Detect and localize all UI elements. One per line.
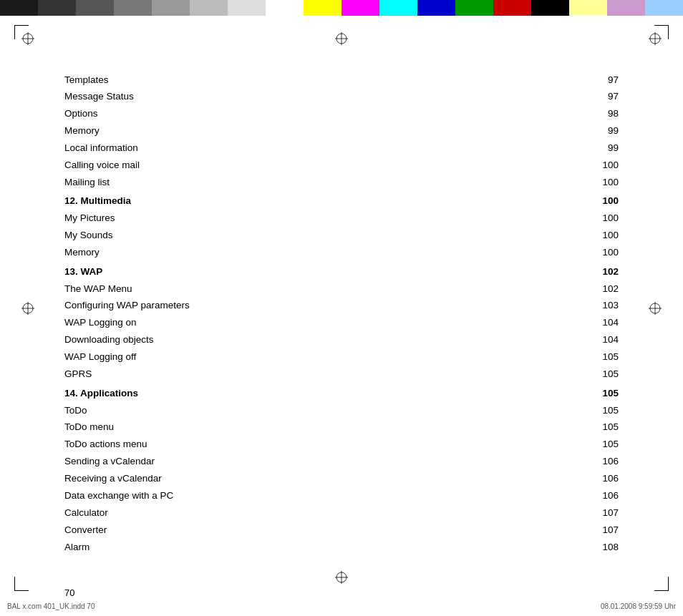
- toc-row: 12. Multimedia100: [64, 191, 619, 210]
- toc-page: 100: [576, 228, 619, 245]
- toc-row: Memory100: [64, 245, 619, 262]
- toc-page: 108: [576, 539, 619, 556]
- toc-label: Options: [64, 106, 576, 123]
- toc-row: Configuring WAP parameters103: [64, 298, 619, 315]
- toc-page: 100: [576, 245, 619, 262]
- footer-left: BAL x.com 401_UK.indd 70: [7, 602, 95, 610]
- toc-page: 104: [576, 332, 619, 349]
- toc-label: Configuring WAP parameters: [64, 298, 576, 315]
- toc-page: 105: [576, 349, 619, 366]
- footer-right: 08.01.2008 9:59:59 Uhr: [601, 602, 676, 610]
- toc-label: Calculator: [64, 505, 576, 522]
- color-swatch: [76, 0, 114, 16]
- toc-page: 97: [576, 89, 619, 106]
- toc-label: Sending a vCalendar: [64, 454, 576, 471]
- toc-label: 13. WAP: [64, 262, 576, 280]
- toc-page: 100: [576, 191, 619, 210]
- toc-page: 105: [576, 419, 619, 436]
- toc-label: My Pictures: [64, 210, 576, 228]
- toc-label: Calling voice mail: [64, 157, 576, 175]
- toc-row: ToDo menu105: [64, 419, 619, 436]
- toc-page: 103: [576, 298, 619, 315]
- color-swatch: [190, 0, 228, 16]
- reg-mark-right-mid: [649, 302, 662, 315]
- color-swatch: [0, 0, 38, 16]
- toc-row: Templates97: [64, 72, 619, 89]
- color-swatch: [152, 0, 190, 16]
- color-swatch: [607, 0, 645, 16]
- toc-row: Calling voice mail100: [64, 157, 619, 175]
- toc-page: 99: [576, 123, 619, 140]
- color-swatch: [455, 0, 493, 16]
- toc-row: WAP Logging off105: [64, 349, 619, 366]
- color-swatch: [531, 0, 569, 16]
- toc-row: GPRS105: [64, 366, 619, 383]
- toc-label: Templates: [64, 72, 576, 89]
- toc-row: Sending a vCalendar106: [64, 454, 619, 471]
- color-swatch: [493, 0, 531, 16]
- color-swatch: [417, 0, 455, 16]
- toc-page: 99: [576, 140, 619, 157]
- toc-label: Memory: [64, 123, 576, 140]
- corner-bl: [14, 577, 29, 591]
- toc-page: 106: [576, 471, 619, 488]
- color-swatch: [342, 0, 379, 16]
- toc-row: Data exchange with a PC106: [64, 488, 619, 505]
- toc-label: Receiving a vCalendar: [64, 471, 576, 488]
- toc-row: Calculator107: [64, 505, 619, 522]
- color-swatch: [114, 0, 152, 16]
- toc-page: 100: [576, 210, 619, 228]
- toc-label: Downloading objects: [64, 332, 576, 349]
- toc-row: Alarm108: [64, 539, 619, 556]
- page-number: 70: [64, 587, 74, 598]
- toc-label: ToDo actions menu: [64, 436, 576, 454]
- toc-page: 107: [576, 505, 619, 522]
- toc-row: Options98: [64, 106, 619, 123]
- toc-row: My Sounds100: [64, 228, 619, 245]
- toc-label: 14. Applications: [64, 383, 576, 402]
- toc-label: ToDo: [64, 402, 576, 419]
- toc-label: WAP Logging on: [64, 315, 576, 332]
- color-bar: [0, 0, 683, 16]
- color-swatch: [645, 0, 683, 16]
- toc-page: 105: [576, 436, 619, 454]
- toc-row: 13. WAP102: [64, 262, 619, 280]
- toc-table: Templates97Message Status97Options98Memo…: [64, 72, 619, 556]
- color-swatch: [228, 0, 266, 16]
- toc-row: 14. Applications105: [64, 383, 619, 402]
- toc-page: 105: [576, 402, 619, 419]
- toc-label: GPRS: [64, 366, 576, 383]
- toc-row: Receiving a vCalendar106: [64, 471, 619, 488]
- toc-page: 97: [576, 72, 619, 89]
- color-swatch: [266, 0, 304, 16]
- toc-row: ToDo actions menu105: [64, 436, 619, 454]
- toc-label: Local information: [64, 140, 576, 157]
- color-swatch: [569, 0, 607, 16]
- reg-mark-top-left: [21, 32, 34, 45]
- toc-page: 104: [576, 315, 619, 332]
- toc-label: Converter: [64, 522, 576, 539]
- color-swatch: [304, 0, 342, 16]
- toc-label: Memory: [64, 245, 576, 262]
- toc-row: The WAP Menu102: [64, 280, 619, 298]
- toc-page: 102: [576, 262, 619, 280]
- toc-label: The WAP Menu: [64, 280, 576, 298]
- toc-row: Converter107: [64, 522, 619, 539]
- toc-row: ToDo105: [64, 402, 619, 419]
- toc-label: 12. Multimedia: [64, 191, 576, 210]
- toc-row: WAP Logging on104: [64, 315, 619, 332]
- toc-label: Message Status: [64, 89, 576, 106]
- toc-page: 98: [576, 106, 619, 123]
- toc-label: ToDo menu: [64, 419, 576, 436]
- toc-label: WAP Logging off: [64, 349, 576, 366]
- toc-label: My Sounds: [64, 228, 576, 245]
- toc-row: Downloading objects104: [64, 332, 619, 349]
- toc-row: My Pictures100: [64, 210, 619, 228]
- reg-mark-left-mid: [21, 302, 34, 315]
- main-content: Templates97Message Status97Options98Memo…: [64, 72, 619, 573]
- toc-page: 105: [576, 366, 619, 383]
- toc-row: Memory99: [64, 123, 619, 140]
- reg-mark-top-right: [649, 32, 662, 45]
- toc-label: Data exchange with a PC: [64, 488, 576, 505]
- toc-page: 105: [576, 383, 619, 402]
